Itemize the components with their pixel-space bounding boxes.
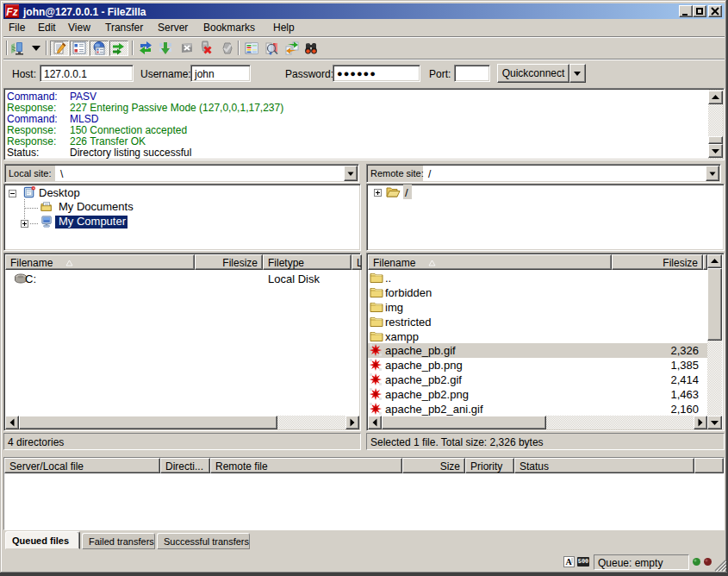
svg-text:Fz: Fz xyxy=(6,6,17,18)
